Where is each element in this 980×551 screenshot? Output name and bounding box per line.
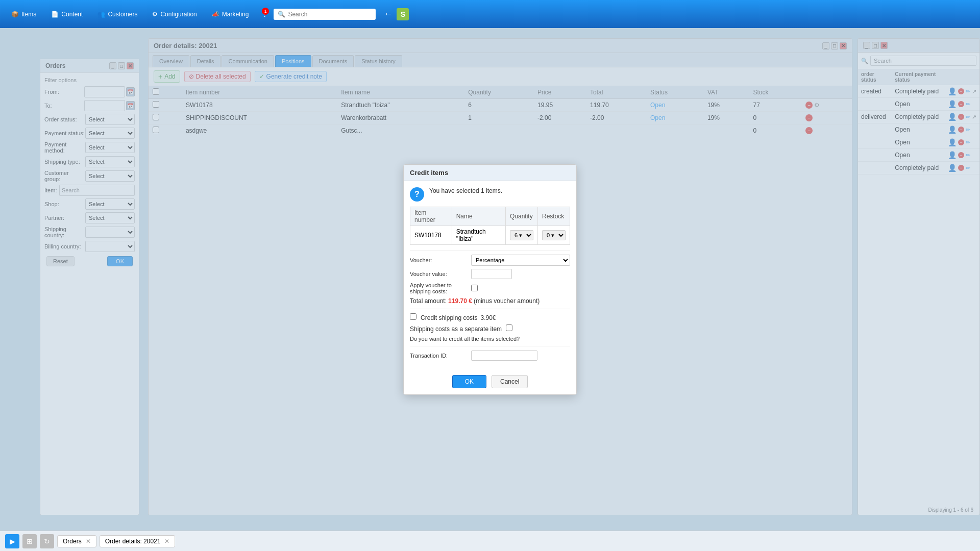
credit-shipping-value: 3.90€ [481,314,496,321]
transaction-id-input[interactable] [471,350,537,361]
main-area: Orders _ □ ✕ Filter options From: 📅 To: … [0,28,980,531]
credit-shipping-row: Credit shipping costs 3.90€ [410,313,570,321]
modal-title: Credit items [404,165,576,181]
nav-label-marketing: Marketing [222,11,249,18]
modal-info-text: You have selected 1 items. [429,187,502,194]
nav-label-customers: Customers [108,11,137,18]
credit-question-text: Do you want to credit all the items sele… [410,336,570,342]
navbar: 📦 Items 📄 Content 👥 Customers ⚙ Configur… [0,0,980,28]
modal-footer: OK Cancel [404,370,576,394]
taskbar-tab-orders[interactable]: Orders ✕ [57,535,96,547]
modal-table-row: SW10178 Strandtuch "Ibiza" 6 ▾ 0 ▾ [410,226,570,244]
voucher-value-row: Voucher value: [410,269,570,279]
voucher-value-input[interactable] [471,269,512,279]
box-icon: 📦 [11,11,19,18]
nav-label-configuration: Configuration [160,11,197,18]
nav-label-content: Content [61,11,83,18]
taskbar: ▶ ⊞ ↻ Orders ✕ Order details: 20021 ✕ [0,531,980,551]
modal-divider-3 [410,346,570,346]
gear-icon: ⚙ [152,11,158,18]
modal-items-table: Item number Name Quantity Restock SW1017… [410,207,570,245]
taskbar-grid-btn[interactable]: ⊞ [22,534,37,548]
nav-item-marketing[interactable]: 📣 Marketing [206,8,255,21]
modal-body: ? You have selected 1 items. Item number… [404,181,576,370]
nav-label-items: Items [21,11,36,18]
credit-items-modal: Credit items ? You have selected 1 items… [403,164,577,395]
notification-badge: 1 [262,8,269,15]
modal-col-restock: Restock [537,207,570,226]
modal-divider-2 [410,309,570,309]
notification-wrapper: ? 1 [262,10,267,19]
modal-quantity-select[interactable]: 6 ▾ [510,230,533,240]
back-icon[interactable]: ← [383,9,393,19]
voucher-row: Voucher: Percentage Fixed [410,255,570,266]
search-input[interactable] [288,11,372,18]
taskbar-tab-orders-label: Orders [63,538,82,545]
modal-restock-select[interactable]: 0 ▾ [542,230,566,240]
apply-shipping-row: Apply voucher to shipping costs: [410,282,570,294]
apply-shipping-label: Apply voucher to shipping costs: [410,282,471,294]
taskbar-tab-orders-close[interactable]: ✕ [86,538,91,545]
transaction-id-label: Transaction ID: [410,353,471,359]
question-icon: ? [410,187,424,202]
total-amount-text: Total amount: 119.70 € (minus voucher am… [410,297,570,305]
modal-col-quantity: Quantity [505,207,537,226]
modal-col-item-number: Item number [410,207,452,226]
modal-overlay: Credit items ? You have selected 1 items… [0,28,980,531]
shipping-separate-row: Shipping costs as a separate item [410,324,570,333]
taskbar-refresh-btn[interactable]: ↻ [40,534,54,548]
search-box: 🔍 [274,9,376,20]
nav-right: ← S [383,8,409,20]
users-icon: 👥 [97,11,105,18]
user-badge: S [397,8,409,20]
file-icon: 📄 [51,11,59,18]
nav-item-items[interactable]: 📦 Items [5,8,42,21]
voucher-value-label: Voucher value: [410,271,471,277]
modal-header-row: ? You have selected 1 items. [410,187,570,202]
credit-shipping-checkbox[interactable] [410,313,416,320]
modal-cell-name: Strandtuch "Ibiza" [452,226,505,244]
search-icon: 🔍 [278,11,285,18]
nav-item-customers[interactable]: 👥 Customers [91,8,143,21]
modal-divider-1 [410,250,570,251]
modal-cancel-button[interactable]: Cancel [492,375,528,388]
modal-ok-button[interactable]: OK [452,375,486,388]
voucher-label: Voucher: [410,257,471,263]
megaphone-icon: 📣 [212,11,219,18]
taskbar-tab-order-details-close[interactable]: ✕ [164,538,169,545]
taskbar-tab-order-details-label: Order details: 20021 [105,538,161,545]
nav-item-configuration[interactable]: ⚙ Configuration [146,8,203,21]
modal-col-name: Name [452,207,505,226]
apply-shipping-checkbox[interactable] [471,285,478,291]
modal-cell-item-number: SW10178 [410,226,452,244]
taskbar-play-btn[interactable]: ▶ [5,534,19,548]
transaction-id-row: Transaction ID: [410,350,570,361]
voucher-type-select[interactable]: Percentage Fixed [471,255,570,266]
nav-item-content[interactable]: 📄 Content [45,8,89,21]
shipping-separate-checkbox[interactable] [506,324,512,331]
total-value: 119.70 € [448,297,472,305]
taskbar-tab-order-details[interactable]: Order details: 20021 ✕ [100,535,176,547]
